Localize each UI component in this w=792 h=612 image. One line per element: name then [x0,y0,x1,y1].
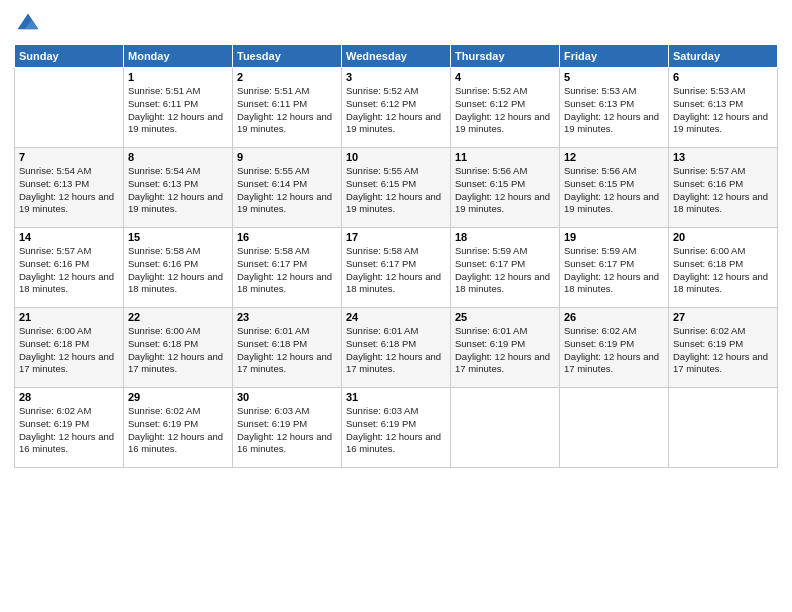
day-info: Sunrise: 6:01 AM Sunset: 6:18 PM Dayligh… [346,325,446,376]
sunset-text: Sunset: 6:11 PM [128,98,198,109]
sunset-text: Sunset: 6:19 PM [455,338,525,349]
daylight-text: Daylight: 12 hours and 19 minutes. [128,111,223,135]
calendar-table: SundayMondayTuesdayWednesdayThursdayFrid… [14,44,778,468]
sunrise-text: Sunrise: 5:51 AM [237,85,309,96]
day-info: Sunrise: 5:58 AM Sunset: 6:17 PM Dayligh… [237,245,337,296]
sunset-text: Sunset: 6:17 PM [564,258,634,269]
day-info: Sunrise: 5:58 AM Sunset: 6:17 PM Dayligh… [346,245,446,296]
sunset-text: Sunset: 6:12 PM [346,98,416,109]
daylight-text: Daylight: 12 hours and 17 minutes. [346,351,441,375]
logo [14,10,46,38]
calendar-cell: 7 Sunrise: 5:54 AM Sunset: 6:13 PM Dayli… [15,148,124,228]
day-number: 10 [346,151,446,163]
sunset-text: Sunset: 6:19 PM [19,418,89,429]
day-number: 11 [455,151,555,163]
day-number: 7 [19,151,119,163]
day-number: 4 [455,71,555,83]
daylight-text: Daylight: 12 hours and 17 minutes. [564,351,659,375]
sunrise-text: Sunrise: 5:55 AM [346,165,418,176]
day-number: 26 [564,311,664,323]
calendar-cell: 31 Sunrise: 6:03 AM Sunset: 6:19 PM Dayl… [342,388,451,468]
day-info: Sunrise: 6:02 AM Sunset: 6:19 PM Dayligh… [19,405,119,456]
sunset-text: Sunset: 6:14 PM [237,178,307,189]
day-info: Sunrise: 6:00 AM Sunset: 6:18 PM Dayligh… [19,325,119,376]
day-info: Sunrise: 6:03 AM Sunset: 6:19 PM Dayligh… [237,405,337,456]
calendar-cell: 25 Sunrise: 6:01 AM Sunset: 6:19 PM Dayl… [451,308,560,388]
week-row-2: 14 Sunrise: 5:57 AM Sunset: 6:16 PM Dayl… [15,228,778,308]
day-info: Sunrise: 5:59 AM Sunset: 6:17 PM Dayligh… [455,245,555,296]
sunrise-text: Sunrise: 5:55 AM [237,165,309,176]
day-info: Sunrise: 6:00 AM Sunset: 6:18 PM Dayligh… [673,245,773,296]
calendar-cell: 22 Sunrise: 6:00 AM Sunset: 6:18 PM Dayl… [124,308,233,388]
sunrise-text: Sunrise: 5:58 AM [346,245,418,256]
day-number: 13 [673,151,773,163]
day-number: 12 [564,151,664,163]
day-info: Sunrise: 5:56 AM Sunset: 6:15 PM Dayligh… [564,165,664,216]
day-info: Sunrise: 5:56 AM Sunset: 6:15 PM Dayligh… [455,165,555,216]
daylight-text: Daylight: 12 hours and 19 minutes. [455,191,550,215]
calendar-cell: 28 Sunrise: 6:02 AM Sunset: 6:19 PM Dayl… [15,388,124,468]
calendar-cell: 16 Sunrise: 5:58 AM Sunset: 6:17 PM Dayl… [233,228,342,308]
sunset-text: Sunset: 6:15 PM [346,178,416,189]
calendar-cell: 6 Sunrise: 5:53 AM Sunset: 6:13 PM Dayli… [669,68,778,148]
calendar-cell [451,388,560,468]
calendar-cell [15,68,124,148]
sunrise-text: Sunrise: 5:56 AM [455,165,527,176]
day-number: 17 [346,231,446,243]
sunset-text: Sunset: 6:16 PM [673,178,743,189]
day-number: 20 [673,231,773,243]
sunset-text: Sunset: 6:16 PM [19,258,89,269]
sunrise-text: Sunrise: 6:03 AM [346,405,418,416]
calendar-cell [560,388,669,468]
week-row-0: 1 Sunrise: 5:51 AM Sunset: 6:11 PM Dayli… [15,68,778,148]
day-number: 25 [455,311,555,323]
days-header-row: SundayMondayTuesdayWednesdayThursdayFrid… [15,45,778,68]
day-number: 28 [19,391,119,403]
day-info: Sunrise: 5:53 AM Sunset: 6:13 PM Dayligh… [673,85,773,136]
day-info: Sunrise: 5:52 AM Sunset: 6:12 PM Dayligh… [455,85,555,136]
day-number: 2 [237,71,337,83]
sunrise-text: Sunrise: 6:02 AM [564,325,636,336]
day-header-monday: Monday [124,45,233,68]
daylight-text: Daylight: 12 hours and 16 minutes. [346,431,441,455]
day-number: 27 [673,311,773,323]
day-number: 18 [455,231,555,243]
daylight-text: Daylight: 12 hours and 18 minutes. [564,271,659,295]
sunrise-text: Sunrise: 5:59 AM [564,245,636,256]
day-number: 22 [128,311,228,323]
sunset-text: Sunset: 6:18 PM [237,338,307,349]
daylight-text: Daylight: 12 hours and 16 minutes. [237,431,332,455]
calendar-cell: 14 Sunrise: 5:57 AM Sunset: 6:16 PM Dayl… [15,228,124,308]
sunrise-text: Sunrise: 5:52 AM [346,85,418,96]
sunset-text: Sunset: 6:19 PM [564,338,634,349]
day-number: 16 [237,231,337,243]
day-number: 15 [128,231,228,243]
sunset-text: Sunset: 6:16 PM [128,258,198,269]
day-number: 23 [237,311,337,323]
sunset-text: Sunset: 6:17 PM [455,258,525,269]
day-header-wednesday: Wednesday [342,45,451,68]
calendar-page: SundayMondayTuesdayWednesdayThursdayFrid… [0,0,792,612]
day-number: 31 [346,391,446,403]
day-info: Sunrise: 5:58 AM Sunset: 6:16 PM Dayligh… [128,245,228,296]
calendar-cell: 2 Sunrise: 5:51 AM Sunset: 6:11 PM Dayli… [233,68,342,148]
sunrise-text: Sunrise: 5:54 AM [128,165,200,176]
daylight-text: Daylight: 12 hours and 17 minutes. [673,351,768,375]
calendar-cell: 8 Sunrise: 5:54 AM Sunset: 6:13 PM Dayli… [124,148,233,228]
day-info: Sunrise: 5:54 AM Sunset: 6:13 PM Dayligh… [128,165,228,216]
day-info: Sunrise: 5:51 AM Sunset: 6:11 PM Dayligh… [237,85,337,136]
sunset-text: Sunset: 6:11 PM [237,98,307,109]
week-row-4: 28 Sunrise: 6:02 AM Sunset: 6:19 PM Dayl… [15,388,778,468]
daylight-text: Daylight: 12 hours and 19 minutes. [346,111,441,135]
sunrise-text: Sunrise: 6:01 AM [455,325,527,336]
daylight-text: Daylight: 12 hours and 16 minutes. [128,431,223,455]
sunrise-text: Sunrise: 5:59 AM [455,245,527,256]
sunrise-text: Sunrise: 5:51 AM [128,85,200,96]
day-number: 29 [128,391,228,403]
calendar-cell: 10 Sunrise: 5:55 AM Sunset: 6:15 PM Dayl… [342,148,451,228]
sunset-text: Sunset: 6:17 PM [237,258,307,269]
daylight-text: Daylight: 12 hours and 17 minutes. [455,351,550,375]
daylight-text: Daylight: 12 hours and 19 minutes. [673,111,768,135]
daylight-text: Daylight: 12 hours and 19 minutes. [128,191,223,215]
daylight-text: Daylight: 12 hours and 19 minutes. [564,191,659,215]
